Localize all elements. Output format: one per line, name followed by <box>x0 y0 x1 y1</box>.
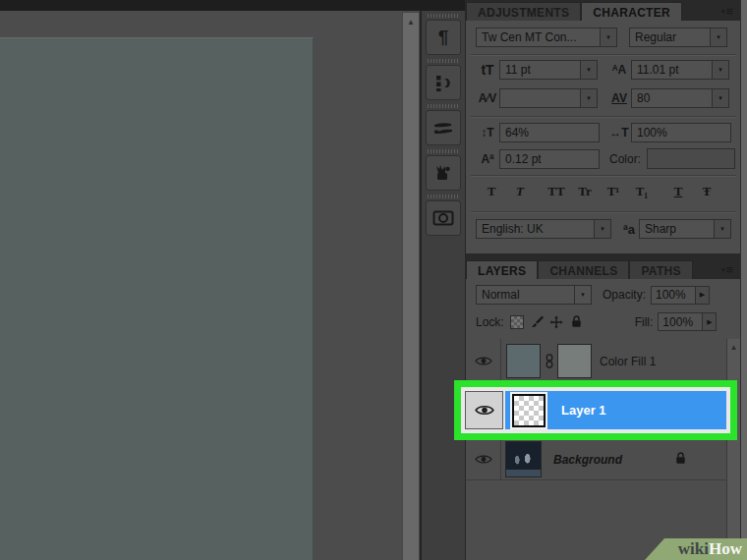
tab-layers[interactable]: LAYERS <box>466 260 538 279</box>
tab-character[interactable]: CHARACTER <box>581 2 682 21</box>
eye-icon <box>475 454 492 465</box>
masks-panel-button[interactable] <box>426 200 461 236</box>
tab-channels[interactable]: CHANNELS <box>538 260 629 279</box>
character-panel-tabbar: ADJUSTMENTS CHARACTER ▾ ≡ <box>466 0 741 21</box>
baseline-shift-icon: Aª <box>476 152 499 166</box>
chevron-down-icon[interactable]: ▾ <box>711 28 727 47</box>
layer-name[interactable]: Layer 1 <box>561 403 606 418</box>
layer-name[interactable]: Color Fill 1 <box>600 355 656 368</box>
underline-button[interactable]: T <box>666 182 690 201</box>
visibility-toggle[interactable] <box>466 339 501 383</box>
subscript-button[interactable]: T₁ <box>630 182 654 201</box>
panel-icon-dock: ¶ <box>420 11 465 560</box>
horizontal-scale-field[interactable]: 100% <box>631 123 719 142</box>
layer-comps-icon <box>433 73 453 92</box>
opacity-field[interactable]: 100% <box>651 286 696 305</box>
text-color-swatch[interactable] <box>647 148 735 169</box>
font-family-select[interactable]: Tw Cen MT Con... ▾ <box>476 28 617 47</box>
chevron-down-icon: ▾ <box>721 266 725 274</box>
leading-field[interactable]: 11.01 pt ▾ <box>631 60 729 80</box>
layers-panel-menu-button[interactable]: ▾ ≡ <box>721 265 733 275</box>
font-style-select[interactable]: Regular ▾ <box>629 28 727 47</box>
chevron-down-icon[interactable]: ▾ <box>595 219 611 239</box>
scroll-up-icon[interactable]: ▲ <box>727 339 740 352</box>
leading-icon: ᴬA <box>607 63 631 77</box>
scroll-up-icon[interactable]: ▲ <box>403 13 419 27</box>
kerning-field[interactable]: ▾ <box>499 88 598 108</box>
baseline-shift-value: 0.12 pt <box>499 149 600 169</box>
language-select[interactable]: English: UK ▾ <box>476 219 611 239</box>
layer-comps-panel-button[interactable] <box>426 65 461 100</box>
vertical-scale-field[interactable]: 64% <box>499 123 588 142</box>
eye-icon <box>475 404 494 417</box>
menu-icon: ≡ <box>725 265 733 275</box>
language-value: English: UK <box>476 219 595 239</box>
layer-row-color-fill[interactable]: Color Fill 1 <box>466 339 727 384</box>
chevron-down-icon[interactable]: ▾ <box>575 285 592 305</box>
lock-transparency-button[interactable] <box>510 315 525 329</box>
chevron-down-icon[interactable]: ▾ <box>581 88 598 108</box>
chevron-down-icon[interactable]: ▾ <box>601 28 617 47</box>
font-size-field[interactable]: 11 pt ▾ <box>499 60 598 80</box>
chevron-down-icon[interactable]: ▾ <box>713 88 729 108</box>
background-layer-thumbnail[interactable] <box>505 441 542 477</box>
all-caps-button[interactable]: TT <box>545 182 568 201</box>
blend-mode-select[interactable]: Normal ▾ <box>476 285 592 305</box>
tool-presets-panel-button[interactable] <box>426 155 461 191</box>
horizontal-scale-value: 100% <box>631 123 731 142</box>
visibility-toggle[interactable] <box>466 439 501 479</box>
superscript-button[interactable]: T¹ <box>602 182 625 201</box>
window-top-bar <box>0 0 465 11</box>
vertical-scale-value: 64% <box>499 123 600 142</box>
layers-scrollbar[interactable]: ▲ <box>726 339 740 560</box>
fill-spinner-button[interactable]: ▶ <box>703 312 717 331</box>
menu-icon: ≡ <box>725 7 733 17</box>
strikethrough-button[interactable]: Ŧ <box>695 182 718 201</box>
brush-presets-panel-button[interactable] <box>426 110 461 145</box>
antialias-select[interactable]: Sharp ▾ <box>639 219 731 239</box>
layer-row-background[interactable]: Background <box>466 439 727 480</box>
canvas[interactable] <box>0 37 314 560</box>
document-vertical-scrollbar[interactable]: ▲ <box>402 12 420 560</box>
faux-bold-button[interactable]: T <box>480 182 503 201</box>
fill-value: 100% <box>662 315 693 329</box>
faux-italic-button[interactable]: T <box>508 182 532 201</box>
padlock-icon <box>675 452 686 465</box>
tab-paths[interactable]: PATHS <box>629 260 692 279</box>
dock-gripper <box>428 149 459 153</box>
dock-gripper <box>428 104 459 108</box>
layers-panel-tabbar: LAYERS CHANNELS PATHS ▾ ≡ <box>466 258 741 279</box>
lock-pixels-button[interactable] <box>530 315 545 329</box>
baseline-shift-field[interactable]: 0.12 pt <box>499 149 588 169</box>
vertical-scale-icon: ↕T <box>476 126 499 140</box>
wikihow-how-text: How <box>709 539 742 559</box>
font-size-value: 11 pt <box>499 60 581 80</box>
fill-layer-thumbnail[interactable] <box>506 344 541 378</box>
chevron-down-icon[interactable]: ▾ <box>715 219 731 239</box>
visibility-toggle[interactable] <box>465 391 503 429</box>
blend-mode-value: Normal <box>476 285 575 305</box>
tab-adjustments[interactable]: ADJUSTMENTS <box>466 2 581 21</box>
chevron-down-icon[interactable]: ▾ <box>713 60 729 80</box>
chevron-down-icon[interactable]: ▾ <box>581 60 598 80</box>
antialias-value: Sharp <box>639 219 715 239</box>
layer-row-layer1-selected[interactable]: Layer 1 <box>505 391 726 429</box>
fill-label: Fill: <box>635 315 654 329</box>
layer-mask-thumbnail[interactable] <box>557 344 592 378</box>
lock-all-button[interactable] <box>569 315 584 329</box>
opacity-spinner-button[interactable]: ▶ <box>696 286 710 305</box>
small-caps-button[interactable]: Tr <box>573 182 597 201</box>
arrow-right-icon: ▶ <box>700 291 705 299</box>
transparent-layer-thumbnail[interactable] <box>512 394 546 427</box>
kerning-value <box>499 88 581 108</box>
character-panel-menu-button[interactable]: ▾ ≡ <box>721 7 733 17</box>
arrow-right-icon: ▶ <box>707 318 712 326</box>
fill-field[interactable]: 100% <box>658 312 703 331</box>
layer-name[interactable]: Background <box>553 453 622 467</box>
tracking-field[interactable]: 80 ▾ <box>631 88 729 108</box>
lock-position-button[interactable] <box>549 315 564 329</box>
brushes-icon <box>433 120 453 136</box>
mask-link-icon[interactable] <box>541 354 557 368</box>
wikihow-wiki-text: wiki <box>678 539 709 559</box>
paragraph-panel-button[interactable]: ¶ <box>426 20 461 55</box>
